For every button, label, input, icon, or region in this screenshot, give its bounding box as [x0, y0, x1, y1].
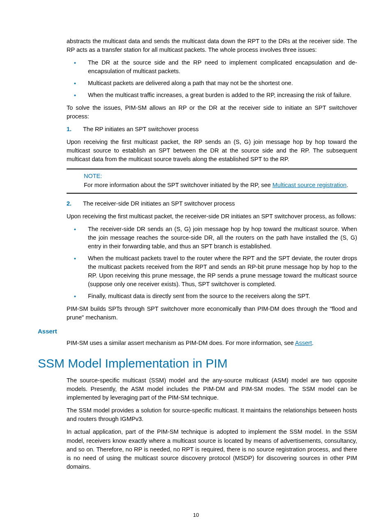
list-number: 1.: [67, 125, 71, 134]
ordered-list-item: 1. The RP initiates an SPT switchover pr…: [67, 125, 357, 134]
assert-text-before: PIM-SM uses a similar assert mechanism a…: [67, 340, 295, 346]
ssm-heading: SSM Model Implementation in PIM: [38, 356, 357, 370]
assert-heading: Assert: [38, 328, 357, 335]
assert-link[interactable]: Assert: [295, 340, 312, 346]
note-text: For more information about the SPT switc…: [84, 181, 357, 190]
ssm-paragraph-3: In actual application, part of the PIM-S…: [67, 428, 357, 471]
page-number: 10: [0, 512, 392, 518]
note-text-before: For more information about the SPT switc…: [84, 182, 272, 188]
list-item: When the multicast packets travel to the…: [67, 254, 357, 289]
intro-paragraph-2: To solve the issues, PIM-SM allows an RP…: [67, 104, 357, 121]
assert-paragraph: PIM-SM uses a similar assert mechanism a…: [67, 339, 357, 347]
note-box: NOTE: For more information about the SPT…: [67, 169, 357, 194]
multicast-source-registration-link[interactable]: Multicast source registration: [272, 182, 347, 188]
list-item: The DR at the source side and the RP nee…: [67, 58, 357, 76]
step2-bullet-list: The receiver-side DR sends an (S, G) joi…: [67, 225, 357, 301]
note-label: NOTE:: [84, 173, 357, 179]
list-item: Multicast packets are delivered along a …: [67, 79, 357, 88]
list-item: When the multicast traffic increases, a …: [67, 91, 357, 99]
ordered-list: 1. The RP initiates an SPT switchover pr…: [67, 125, 357, 134]
assert-text-after: .: [312, 340, 314, 346]
ssm-paragraph-2: The SSM model provides a solution for so…: [67, 406, 357, 423]
list-item: Finally, multicast data is directly sent…: [67, 292, 357, 301]
list-item-text: The receiver-side DR initiates an SPT sw…: [83, 200, 235, 207]
ssm-paragraph-1: The source-specific multicast (SSM) mode…: [67, 376, 357, 402]
list-number: 2.: [67, 199, 71, 208]
list-item: The receiver-side DR sends an (S, G) joi…: [67, 225, 357, 251]
note-text-after: .: [346, 182, 348, 188]
ordered-list-item: 2. The receiver-side DR initiates an SPT…: [67, 199, 357, 208]
step2-paragraph-2: PIM-SM builds SPTs through SPT switchove…: [67, 305, 357, 322]
step1-paragraph: Upon receiving the first multicast packe…: [67, 138, 357, 164]
intro-bullet-list: The DR at the source side and the RP nee…: [67, 58, 357, 99]
ordered-list-2: 2. The receiver-side DR initiates an SPT…: [67, 199, 357, 208]
list-item-text: The RP initiates an SPT switchover proce…: [83, 126, 199, 132]
intro-paragraph: abstracts the multicast data and sends t…: [67, 37, 357, 54]
step2-paragraph: Upon receiving the first multicast packe…: [67, 212, 357, 221]
document-page: abstracts the multicast data and sends t…: [0, 0, 392, 532]
